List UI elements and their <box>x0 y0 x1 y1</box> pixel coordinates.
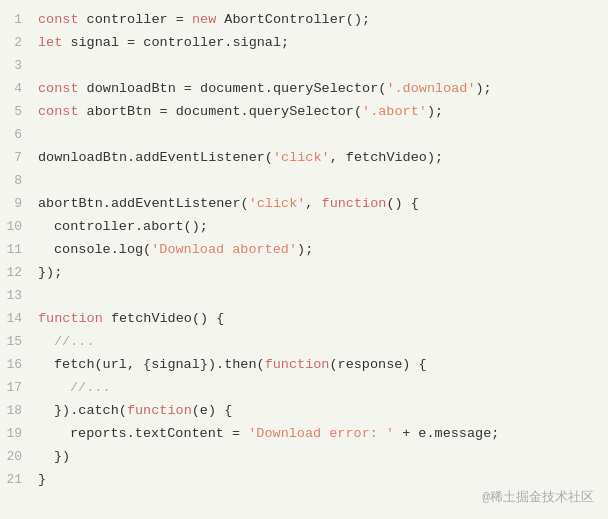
line-content: console.log('Download aborted'); <box>32 238 608 261</box>
line-content: abortBtn.addEventListener('click', funct… <box>32 192 608 215</box>
line-content: //... <box>32 376 608 399</box>
line-content: }); <box>32 261 608 284</box>
line-number: 14 <box>0 307 32 330</box>
line-content: fetch(url, {signal}).then(function(respo… <box>32 353 608 376</box>
table-row: 3 <box>0 54 608 77</box>
table-row: 10 controller.abort(); <box>0 215 608 238</box>
line-number: 13 <box>0 284 32 307</box>
line-content: reports.textContent = 'Download error: '… <box>32 422 608 445</box>
line-number: 6 <box>0 123 32 146</box>
watermark: @稀土掘金技术社区 <box>482 486 594 509</box>
line-number: 16 <box>0 353 32 376</box>
table-row: 4const downloadBtn = document.querySelec… <box>0 77 608 100</box>
line-number: 1 <box>0 8 32 31</box>
line-content: downloadBtn.addEventListener('click', fe… <box>32 146 608 169</box>
code-editor: 1const controller = new AbortController(… <box>0 0 608 519</box>
line-number: 9 <box>0 192 32 215</box>
line-number: 11 <box>0 238 32 261</box>
line-number: 4 <box>0 77 32 100</box>
table-row: 11 console.log('Download aborted'); <box>0 238 608 261</box>
line-content: //... <box>32 330 608 353</box>
line-number: 15 <box>0 330 32 353</box>
table-row: 7downloadBtn.addEventListener('click', f… <box>0 146 608 169</box>
line-number: 19 <box>0 422 32 445</box>
line-number: 5 <box>0 100 32 123</box>
line-content: let signal = controller.signal; <box>32 31 608 54</box>
table-row: 1const controller = new AbortController(… <box>0 8 608 31</box>
table-row: 18 }).catch(function(e) { <box>0 399 608 422</box>
table-row: 12}); <box>0 261 608 284</box>
line-number: 7 <box>0 146 32 169</box>
table-row: 2let signal = controller.signal; <box>0 31 608 54</box>
line-number: 2 <box>0 31 32 54</box>
line-number: 20 <box>0 445 32 468</box>
table-row: 6 <box>0 123 608 146</box>
table-row: 5const abortBtn = document.querySelector… <box>0 100 608 123</box>
line-number: 10 <box>0 215 32 238</box>
table-row: 15 //... <box>0 330 608 353</box>
line-number: 12 <box>0 261 32 284</box>
table-row: 14function fetchVideo() { <box>0 307 608 330</box>
line-content: }) <box>32 445 608 468</box>
table-row: 20 }) <box>0 445 608 468</box>
line-content: const downloadBtn = document.querySelect… <box>32 77 608 100</box>
line-number: 17 <box>0 376 32 399</box>
line-content: const abortBtn = document.querySelector(… <box>32 100 608 123</box>
table-row: 8 <box>0 169 608 192</box>
table-row: 17 //... <box>0 376 608 399</box>
line-content: function fetchVideo() { <box>32 307 608 330</box>
table-row: 16 fetch(url, {signal}).then(function(re… <box>0 353 608 376</box>
table-row: 9abortBtn.addEventListener('click', func… <box>0 192 608 215</box>
table-row: 13 <box>0 284 608 307</box>
line-number: 8 <box>0 169 32 192</box>
line-content: }).catch(function(e) { <box>32 399 608 422</box>
line-number: 21 <box>0 468 32 491</box>
line-content: controller.abort(); <box>32 215 608 238</box>
line-content: const controller = new AbortController()… <box>32 8 608 31</box>
line-number: 18 <box>0 399 32 422</box>
line-number: 3 <box>0 54 32 77</box>
table-row: 19 reports.textContent = 'Download error… <box>0 422 608 445</box>
